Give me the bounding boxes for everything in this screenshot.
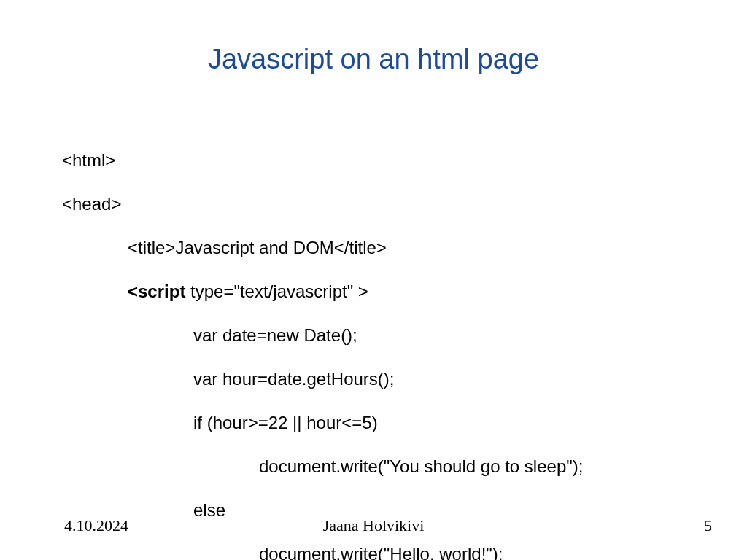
code-line: <head> — [62, 193, 583, 215]
code-text: document.write("Hello, world!"); — [259, 544, 503, 560]
slide: Javascript on an html page <html> <head>… — [0, 0, 747, 560]
code-line: <title>Javascript and DOM</title> — [62, 237, 583, 259]
code-text: document.write("You should go to sleep")… — [259, 456, 583, 476]
code-text: if (hour>=22 || hour<=5) — [193, 413, 378, 432]
footer: 4.10.2024 Jaana Holvikivi 5 — [0, 516, 747, 538]
footer-page-number: 5 — [704, 516, 712, 535]
code-text: var hour=date.getHours(); — [193, 369, 394, 389]
code-block: <html> <head> <title>Javascript and DOM<… — [62, 128, 583, 560]
code-text: var date=new Date(); — [193, 325, 357, 345]
code-line: var hour=date.getHours(); — [62, 368, 583, 390]
code-line: <script type="text/javascript" > — [62, 281, 583, 303]
code-text: type="text/javascript" > — [185, 281, 368, 301]
code-text-bold: <script — [128, 281, 185, 301]
code-text: <title>Javascript and DOM</title> — [128, 238, 387, 257]
code-line: var date=new Date(); — [62, 324, 583, 346]
footer-author: Jaana Holvikivi — [0, 516, 747, 535]
code-line: <html> — [62, 149, 583, 171]
code-text: <head> — [62, 194, 121, 214]
code-line: document.write("Hello, world!"); — [62, 543, 583, 560]
slide-title: Javascript on an html page — [0, 44, 747, 75]
code-line: document.write("You should go to sleep")… — [62, 456, 583, 478]
code-line: if (hour>=22 || hour<=5) — [62, 412, 583, 434]
code-text: <html> — [62, 150, 115, 170]
